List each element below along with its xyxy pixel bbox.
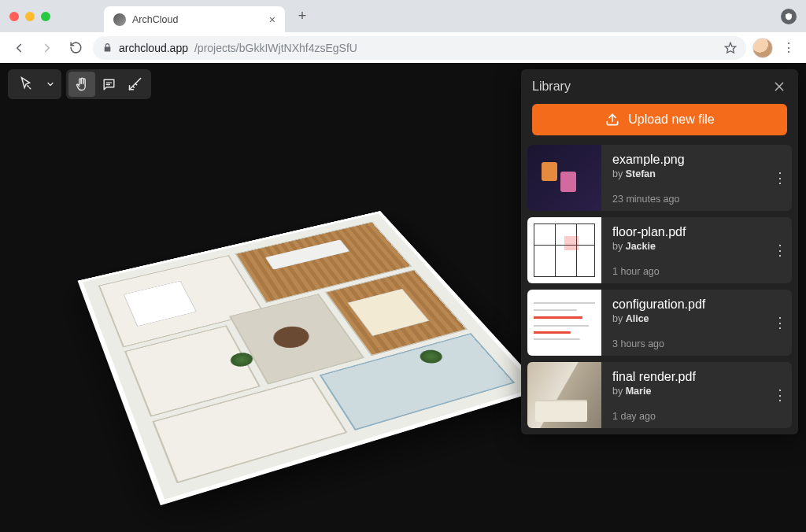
nav-back-button[interactable] [8,37,30,59]
window-minimize-button[interactable] [25,12,35,21]
file-card[interactable]: configuration.pdf by Alice 3 hours ago ⋮ [527,290,792,356]
tool-pan-button[interactable] [68,72,95,97]
file-time: 1 day ago [612,411,763,422]
file-author: by Alice [612,313,763,324]
file-author: by Stefan [612,168,763,179]
file-meta: example.png by Stefan 23 minutes ago [601,145,768,211]
file-thumbnail [527,290,601,356]
floorplan-viewport[interactable] [72,119,512,532]
library-close-button[interactable] [771,79,787,94]
tab-close-button[interactable]: × [269,14,275,25]
tool-measure-button[interactable] [122,72,149,97]
browser-toolbar: archcloud.app/projects/bGkkIWjtNXhf4zsEg… [0,32,806,63]
file-thumbnail [527,145,601,211]
url-path: /projects/bGkkIWjtNXhf4zsEgSfU [194,42,357,54]
window-controls [9,12,50,21]
file-card[interactable]: final render.pdf by Marie 1 day ago ⋮ [527,362,792,428]
file-name: final render.pdf [612,370,763,384]
file-menu-button[interactable]: ⋮ [768,362,792,428]
tool-select-dropdown[interactable] [42,72,59,97]
window-zoom-button[interactable] [41,12,50,21]
library-panel-header: Library [521,69,798,102]
new-tab-button[interactable]: + [291,6,313,28]
tool-group-view [66,69,151,99]
file-author: by Jackie [612,241,763,252]
library-panel: Library Upload new file example.png by S… [521,69,798,434]
browser-chrome: ArchCloud × + archcloud.app/projects/bGk… [0,0,806,63]
library-panel-title: Library [532,79,571,94]
svg-marker-0 [725,42,735,53]
file-menu-button[interactable]: ⋮ [768,290,792,356]
file-list: example.png by Stefan 23 minutes ago ⋮ f… [521,145,798,428]
file-author: by Marie [612,386,763,397]
bookmark-star-icon[interactable] [724,42,737,54]
floorplan-model [78,211,544,505]
file-time: 1 hour ago [612,266,763,277]
url-host: archcloud.app [119,42,188,54]
app-canvas: Library Upload new file example.png by S… [0,63,806,532]
file-time: 3 hours ago [612,338,763,349]
upload-file-button[interactable]: Upload new file [532,104,787,135]
file-meta: final render.pdf by Marie 1 day ago [601,362,768,428]
file-thumbnail [527,362,601,428]
upload-file-label: Upload new file [628,113,714,127]
file-menu-button[interactable]: ⋮ [768,217,792,283]
toolbar [8,69,151,99]
file-card[interactable]: example.png by Stefan 23 minutes ago ⋮ [527,145,792,211]
file-time: 23 minutes ago [612,194,763,205]
profile-avatar[interactable] [752,38,773,58]
window-close-button[interactable] [9,12,19,21]
file-menu-button[interactable]: ⋮ [768,145,792,211]
tab-title: ArchCloud [132,14,263,25]
file-name: example.png [612,153,763,167]
file-card[interactable]: floor-plan.pdf by Jackie 1 hour ago ⋮ [527,217,792,283]
file-thumbnail [527,217,601,283]
tab-favicon-icon [113,13,126,26]
file-meta: floor-plan.pdf by Jackie 1 hour ago [601,217,768,283]
browser-titlebar: ArchCloud × + [0,0,806,32]
browser-tab[interactable]: ArchCloud × [104,6,285,33]
file-name: configuration.pdf [612,297,763,312]
profile-badge-icon[interactable] [781,9,797,24]
file-meta: configuration.pdf by Alice 3 hours ago [601,290,768,356]
nav-forward-button[interactable] [36,37,58,59]
file-name: floor-plan.pdf [612,225,763,239]
address-bar[interactable]: archcloud.app/projects/bGkkIWjtNXhf4zsEg… [93,36,746,60]
tool-select-button[interactable] [10,72,42,97]
tool-comment-button[interactable] [95,72,122,97]
nav-reload-button[interactable] [65,37,87,59]
browser-menu-button[interactable]: ⋮ [779,40,798,55]
tool-group-cursor [8,69,61,99]
lock-icon [102,42,113,53]
